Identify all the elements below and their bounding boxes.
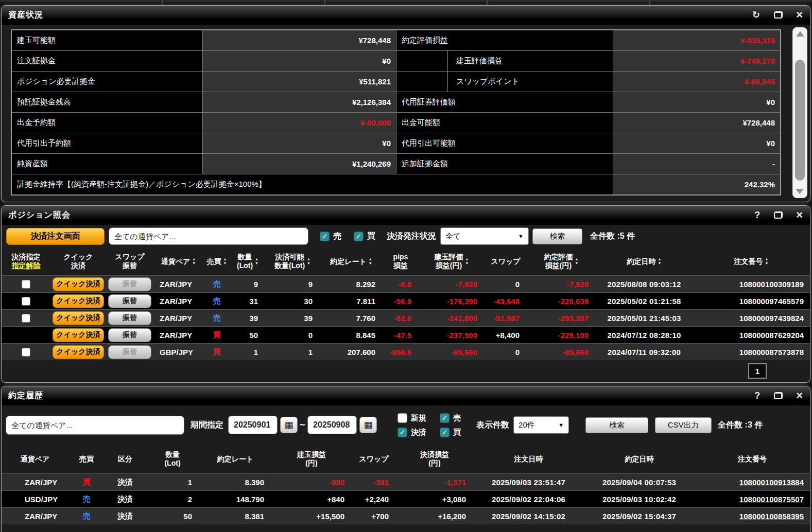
buy-filter-checkbox[interactable] — [440, 428, 450, 437]
asset-value: ¥-86,845 — [613, 72, 780, 92]
swap-transfer-button[interactable]: 振替 — [108, 311, 151, 325]
header-rate[interactable]: 約定レート — [320, 257, 383, 266]
open-pl-cell: +15,500 — [271, 508, 352, 524]
type-cell: 決済 — [105, 474, 146, 490]
history-row: USD/JPY 売 決済 2 148.790 +840 +2,240 +3,08… — [2, 490, 810, 507]
side-cell: 売 — [68, 508, 105, 524]
header-open-pl[interactable]: 建玉評価 損益(円) — [419, 253, 485, 270]
header-pair[interactable]: 通貨ペア — [153, 257, 203, 266]
position-search-button[interactable]: 検索 — [532, 228, 582, 244]
exec-time-cell: 2025/09/03 10:02:42 — [584, 491, 695, 507]
order-no-link[interactable]: 108000100875507 — [739, 495, 804, 504]
qty-cell: 31 — [230, 293, 265, 309]
order-no-link[interactable]: 108000100858395 — [739, 512, 804, 521]
header-exec-time[interactable]: 約定日時 — [596, 257, 693, 266]
restore-window-icon[interactable] — [774, 211, 783, 219]
buy-filter-checkbox[interactable] — [354, 232, 364, 241]
pips-cell: -856.6 — [383, 344, 419, 360]
refresh-icon[interactable]: ↻ — [752, 10, 761, 20]
position-row: クイック決済 振替 ZAR/JPY 買 50 0 8.845 -47.5 -23… — [2, 326, 810, 343]
pair-cell: ZAR/JPY — [2, 474, 68, 490]
swap-cell: +2,240 — [352, 491, 396, 507]
sell-filter-checkbox[interactable] — [440, 413, 450, 423]
close-order-screen-button[interactable]: 決済注文画面 — [6, 228, 105, 245]
close-pl-cell: +3,080 — [396, 491, 473, 507]
swap-cell: +700 — [352, 508, 396, 524]
sort-icon — [255, 257, 258, 265]
scrollbar-thumb[interactable] — [795, 60, 805, 181]
pair-filter-input[interactable] — [6, 416, 184, 435]
close-icon[interactable]: × — [796, 209, 803, 221]
qty-cell: 2 — [146, 491, 199, 507]
exec-time-cell: 2025/05/02 01:21:58 — [596, 293, 693, 309]
history-search-button[interactable]: 検索 — [585, 417, 648, 433]
asset-label: 代用証券評価額 — [396, 92, 613, 112]
close-icon[interactable]: × — [796, 9, 803, 21]
asset-value: ¥511,821 — [203, 72, 396, 92]
order-time-cell: 2025/09/03 23:51:47 — [473, 474, 584, 490]
header-side[interactable]: 売買 — [203, 257, 230, 266]
header-qty[interactable]: 数量 (Lot) — [230, 253, 265, 270]
date-from-input[interactable] — [228, 416, 278, 434]
display-count-select[interactable]: 20件 ▼ — [513, 416, 569, 434]
exec-time-cell: 2025/09/02 15:04:37 — [584, 508, 695, 524]
buy-filter-label: 買 — [453, 428, 461, 437]
position-page-number[interactable]: 1 — [748, 363, 767, 379]
close-filter-checkbox[interactable] — [398, 428, 407, 437]
closable-qty-cell: 1 — [265, 344, 320, 360]
row-checkbox[interactable] — [22, 314, 30, 323]
deselect-link[interactable]: 指定解除 — [12, 261, 41, 270]
asset-value: ¥728,448 — [203, 30, 396, 50]
scroll-down-icon[interactable] — [796, 189, 804, 194]
quick-close-button[interactable]: クイック決済 — [53, 294, 104, 308]
swap-transfer-button[interactable]: 振替 — [108, 294, 151, 308]
sort-icon — [307, 257, 310, 265]
swap-transfer-button: 振替 — [108, 345, 151, 359]
margin-maintenance-value: 242.32% — [613, 174, 780, 194]
position-total-count: 全件数 :5 件 — [590, 231, 635, 242]
asset-label: 預託証拠金残高 — [12, 92, 202, 112]
sell-filter-checkbox[interactable] — [320, 232, 330, 241]
asset-label-sub: 建玉評価損益 — [396, 51, 613, 71]
date-to-input[interactable] — [307, 416, 357, 434]
side-cell: 買 — [68, 474, 105, 490]
rate-cell: 148.790 — [199, 491, 271, 507]
quick-close-button[interactable]: クイック決済 — [53, 277, 104, 291]
csv-export-button[interactable]: CSV出力 — [655, 417, 712, 433]
quick-close-button[interactable]: クイック決済 — [53, 345, 104, 359]
calendar-icon[interactable]: ▦ — [359, 417, 377, 433]
order-status-select[interactable]: 全て ▼ — [440, 227, 529, 245]
scroll-up-icon[interactable] — [796, 31, 804, 37]
asset-label: 代用引出可能額 — [396, 133, 613, 153]
chevron-down-icon: ▼ — [558, 422, 564, 428]
header-total-pl[interactable]: 約定評価 損益(円) — [527, 253, 596, 270]
swap-transfer-button[interactable]: 振替 — [108, 328, 151, 342]
sort-icon — [369, 257, 372, 265]
help-icon[interactable]: ? — [754, 210, 761, 220]
pips-cell: -8.8 — [383, 276, 419, 292]
qty-cell: 1 — [146, 474, 199, 490]
pair-filter-input[interactable] — [109, 227, 308, 245]
background-window-strip — [0, 0, 812, 5]
close-icon[interactable]: × — [796, 390, 803, 401]
restore-window-icon[interactable] — [774, 392, 783, 399]
header-quick-close: クイック 決済 — [50, 253, 106, 270]
row-checkbox[interactable] — [22, 348, 30, 357]
header-order-no[interactable]: 注文番号 — [693, 257, 810, 266]
header-closable-qty[interactable]: 決済可能 数量(Lot) — [265, 253, 320, 270]
row-checkbox[interactable] — [22, 280, 30, 289]
calendar-icon[interactable]: ▦ — [280, 417, 298, 433]
exec-time-cell: 2025/08/08 09:03:12 — [596, 276, 693, 292]
new-filter-checkbox[interactable] — [398, 413, 407, 423]
quick-close-button[interactable]: クイック決済 — [53, 311, 104, 325]
order-no-cell: 108000087629204 — [693, 327, 810, 343]
asset-scrollbar[interactable] — [792, 27, 807, 198]
qty-cell: 9 — [230, 276, 265, 292]
swap-cell: 0 — [485, 344, 527, 360]
help-icon[interactable]: ? — [754, 391, 761, 400]
background-window-edge — [324, 0, 487, 5]
row-checkbox[interactable] — [22, 297, 30, 306]
quick-close-button[interactable]: クイック決済 — [53, 328, 104, 342]
restore-window-icon[interactable] — [774, 11, 783, 19]
order-no-link[interactable]: 108000100913884 — [739, 478, 804, 487]
